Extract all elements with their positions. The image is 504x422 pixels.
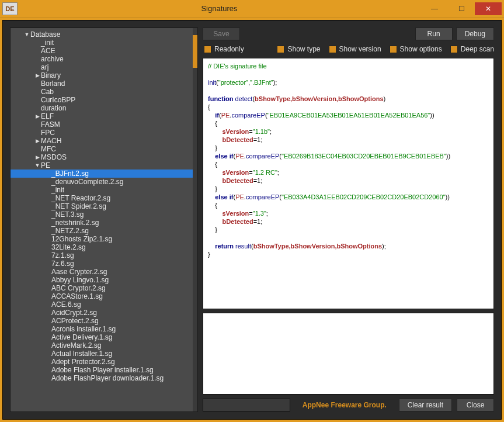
show-version-label: Show version (339, 45, 381, 53)
clear-result-button[interactable]: Clear result (399, 399, 452, 411)
tree-item[interactable]: _BJFnt.2.sg (11, 170, 193, 178)
tree-item[interactable]: ACE.6.sg (11, 300, 193, 309)
tree-item[interactable]: CurIcoBPP (11, 96, 193, 104)
tree-item[interactable]: Active Delivery.1.sg (11, 333, 193, 341)
readonly-label: Readonly (214, 45, 244, 53)
maximize-button[interactable]: ☐ (448, 2, 475, 15)
tree-item[interactable]: _netshrink.2.sg (11, 219, 193, 227)
tree-item-label: FPC (41, 129, 55, 137)
tree-item-label: FASM (41, 120, 60, 129)
tree-item[interactable]: ▼PE (11, 161, 193, 170)
tree-item-label: 7z.6.sg (51, 260, 74, 268)
deep-scan-checkbox[interactable]: Deep scan (450, 45, 494, 53)
show-type-checkbox[interactable]: Show type (277, 45, 320, 53)
tree-scroll-thumb[interactable] (193, 35, 197, 68)
tree-item[interactable]: ▼Database (11, 30, 193, 39)
tree-item[interactable]: _NET Reactor.2.sg (11, 194, 193, 202)
tree-item-label: Active Delivery.1.sg (51, 333, 112, 341)
tree-item[interactable]: Adobe FlashPlayer downloader.1.sg (11, 374, 193, 382)
tree-item-label: duration (41, 104, 66, 112)
tree-item-label: Binary (41, 71, 61, 79)
tree-item-label: MFC (41, 145, 56, 153)
tree-item[interactable]: _NETZ.2.sg (11, 227, 193, 235)
titlebar: DE Signatures — ☐ ✕ (0, 0, 504, 18)
save-button[interactable]: Save (203, 27, 240, 40)
tree-item[interactable]: Adept Protector.2.sg (11, 358, 193, 366)
tree-item-label: 32Lite.2.sg (51, 243, 86, 251)
tree-item-label: Cab (41, 88, 54, 96)
tree-item[interactable]: FPC (11, 129, 193, 137)
tree-item[interactable]: _denuvoComplete.2.sg (11, 178, 193, 186)
tree-item[interactable]: Borland (11, 79, 193, 88)
chevron-right-icon: ▶ (34, 71, 41, 79)
tree-item-label: _NET Spider.2.sg (51, 202, 106, 210)
tree-item-label: _init (41, 39, 54, 47)
tree-item-label: ACCAStore.1.sg (51, 292, 103, 300)
tree-item-label: ACE.6.sg (51, 300, 81, 309)
tree-item[interactable]: 7z.1.sg (11, 251, 193, 260)
tree-item-label: MACH (41, 137, 61, 145)
main-panel: ▼Database_initACEarchivearj▶BinaryBorlan… (2, 20, 502, 420)
tree-item-label: Actual Installer.1.sg (51, 350, 112, 358)
tree-item-label: 12Ghosts Zip2.1.sg (51, 235, 112, 243)
tree-item-label: _NET.3.sg (51, 210, 84, 219)
tree-item[interactable]: ACProtect.2.sg (11, 317, 193, 325)
window-close-button[interactable]: ✕ (475, 2, 502, 15)
code-editor[interactable]: // DIE's signature file init("protector"… (203, 58, 494, 309)
show-version-checkbox[interactable]: Show version (329, 45, 381, 53)
tree-scrollbar[interactable] (193, 28, 197, 411)
tree-item[interactable]: _NET.3.sg (11, 210, 193, 219)
minimize-button[interactable]: — (421, 2, 448, 15)
tree-item[interactable]: _init (11, 39, 193, 47)
tree-item[interactable]: ▶Binary (11, 71, 193, 79)
tree-item-label: Acronis installer.1.sg (51, 325, 116, 333)
tree-item[interactable]: ▶MSDOS (11, 153, 193, 161)
tree-item[interactable]: 32Lite.2.sg (11, 243, 193, 251)
close-button[interactable]: Close (457, 399, 494, 411)
tree-item-label: ActiveMark.2.sg (51, 341, 101, 350)
tree-item-label: AcidCrypt.2.sg (51, 309, 97, 317)
tree-item[interactable]: FASM (11, 120, 193, 129)
tree-item[interactable]: MFC (11, 145, 193, 153)
tree-item[interactable]: ACCAStore.1.sg (11, 292, 193, 300)
checkbox-icon (329, 46, 336, 53)
tree-item[interactable]: arj (11, 63, 193, 71)
tree-item[interactable]: _NET Spider.2.sg (11, 202, 193, 210)
tree-item[interactable]: _init (11, 186, 193, 194)
tree-item[interactable]: Acronis installer.1.sg (11, 325, 193, 333)
tree-item[interactable]: Cab (11, 88, 193, 96)
tree-item[interactable]: Aase Crypter.2.sg (11, 268, 193, 276)
tree-item[interactable]: duration (11, 104, 193, 112)
tree-item-label: Borland (41, 79, 65, 88)
tree-item[interactable]: ABC Cryptor.2.sg (11, 284, 193, 292)
tree-item[interactable]: archive (11, 55, 193, 63)
checkbox-icon (450, 46, 458, 53)
tree-item[interactable]: Abbyy Lingvo.1.sg (11, 276, 193, 284)
run-button[interactable]: Run (415, 27, 453, 40)
tree-item-label: MSDOS (41, 153, 67, 161)
tree-item-label: ELF (41, 112, 54, 120)
deep-scan-label: Deep scan (461, 45, 494, 53)
tree-item[interactable]: Actual Installer.1.sg (11, 350, 193, 358)
output-panel[interactable] (203, 313, 494, 395)
tree-item[interactable]: 7z.6.sg (11, 260, 193, 268)
window-title: Signatures (18, 4, 421, 13)
tree-item-label: arj (41, 63, 48, 71)
tree-item[interactable]: ▶MACH (11, 137, 193, 145)
tree-item-label: _NET Reactor.2.sg (51, 194, 110, 202)
show-type-label: Show type (287, 45, 320, 53)
chevron-right-icon: ▶ (34, 137, 41, 145)
tree-item[interactable]: Adobe Flash Player installer.1.sg (11, 366, 193, 374)
tree-item-label: Database (30, 30, 60, 39)
readonly-checkbox[interactable]: Readonly (204, 45, 244, 53)
tree-item[interactable]: AcidCrypt.2.sg (11, 309, 193, 317)
checkbox-icon (277, 46, 284, 53)
debug-button[interactable]: Debug (456, 27, 494, 40)
tree-item[interactable]: ▶ELF (11, 112, 193, 120)
tree-item[interactable]: ACE (11, 47, 193, 55)
signature-tree[interactable]: ▼Database_initACEarchivearj▶BinaryBorlan… (11, 28, 193, 411)
tree-item[interactable]: ActiveMark.2.sg (11, 341, 193, 350)
search-input[interactable] (203, 399, 290, 411)
tree-item[interactable]: 12Ghosts Zip2.1.sg (11, 235, 193, 243)
show-options-checkbox[interactable]: Show options (390, 45, 442, 53)
